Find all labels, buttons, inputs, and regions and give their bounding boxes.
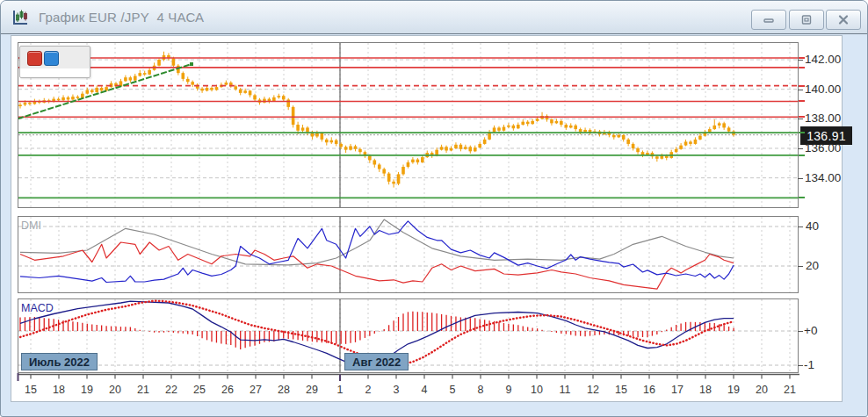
dmi-axis-label: 40: [806, 219, 819, 233]
x-axis-label: 20: [103, 384, 127, 396]
x-axis-label: 15: [609, 384, 633, 396]
x-axis-label: 27: [243, 384, 268, 396]
resistance-level-tick: [799, 100, 805, 102]
x-axis-label: 21: [778, 384, 802, 396]
resistance-level-tick: [799, 85, 805, 87]
support-level-tick: [799, 197, 805, 198]
x-axis-label: 8: [468, 384, 493, 396]
x-axis-label: 5: [440, 384, 465, 396]
x-axis-label: 18: [693, 384, 718, 396]
axis-tick: [798, 226, 803, 227]
dmi-axis-label: 20: [806, 259, 819, 272]
price-axis-label: 134.00: [805, 171, 841, 184]
x-axis-label: 28: [271, 384, 296, 396]
minimize-button[interactable]: [751, 10, 786, 30]
support-level-tick: [799, 155, 805, 156]
x-axis-label: 2: [356, 384, 380, 396]
axis-tick: [798, 331, 803, 332]
x-axis-label: 1: [328, 384, 352, 396]
x-axis-label: 17: [665, 384, 690, 396]
axis-tick: [798, 178, 803, 179]
window-title: График EUR /JPY 4 ЧАСА: [39, 10, 204, 25]
macd-axis-label: +0: [804, 324, 817, 337]
minimize-icon: [763, 15, 775, 25]
x-axis-label: 15: [18, 384, 43, 396]
support-level-tick: [799, 132, 805, 133]
x-axis-label: 18: [47, 384, 71, 396]
dmi-panel[interactable]: [18, 216, 799, 293]
price-panel[interactable]: [18, 42, 799, 208]
restore-icon: [800, 14, 813, 25]
x-axis-label: 4: [412, 384, 437, 396]
axis-tick: [798, 60, 803, 61]
x-axis-label: 19: [721, 384, 746, 396]
resistance-level-tick: [799, 57, 805, 59]
price-axis-label: 140.00: [805, 83, 841, 96]
x-axis-label: 29: [300, 384, 324, 396]
macd-axis-label: -1: [804, 358, 814, 371]
macd-panel-label: MACD: [21, 302, 54, 314]
x-axis-label: 10: [524, 384, 549, 396]
x-axis-label: 25: [187, 384, 212, 396]
month-label-august: Авг 2022: [344, 353, 409, 370]
dmi-panel-label: DMI: [21, 219, 41, 232]
restore-button[interactable]: [789, 10, 824, 30]
resistance-level-tick: [799, 116, 805, 118]
x-axis-label: 3: [384, 384, 409, 396]
resistance-level-tick: [799, 67, 805, 68]
close-button[interactable]: [826, 10, 861, 30]
blue-series-toggle[interactable]: [44, 51, 59, 66]
x-axis-label: 20: [749, 384, 774, 396]
red-series-toggle[interactable]: [27, 51, 42, 66]
axis-tick: [798, 119, 803, 119]
axis-tick: [798, 266, 803, 267]
axis-tick: [798, 365, 803, 366]
title-bar[interactable]: График EUR /JPY 4 ЧАСА: [1, 1, 867, 34]
x-axis-label: 12: [581, 384, 605, 396]
x-axis-label: 16: [637, 384, 662, 396]
x-axis-label: 9: [496, 384, 521, 396]
price-axis-label: 142.00: [805, 53, 841, 66]
x-axis: [12, 373, 805, 384]
close-icon: [837, 14, 850, 25]
x-axis-label: 19: [75, 384, 99, 396]
x-axis-label: 22: [159, 384, 184, 396]
series-toggle-panel: [19, 46, 90, 78]
price-axis-label: 136.00: [805, 141, 841, 155]
chart-window: График EUR /JPY 4 ЧАСА DMI MACD Июль 202…: [0, 0, 868, 417]
x-axis-label: 26: [215, 384, 240, 396]
x-axis-label: 11: [553, 384, 577, 396]
x-axis-label: 21: [131, 384, 156, 396]
candlestick-chart-icon: [9, 6, 32, 29]
axis-tick: [798, 90, 803, 90]
axis-tick: [798, 148, 803, 149]
month-label-july: Июль 2022: [21, 353, 98, 370]
price-axis-label: 138.00: [805, 111, 841, 125]
